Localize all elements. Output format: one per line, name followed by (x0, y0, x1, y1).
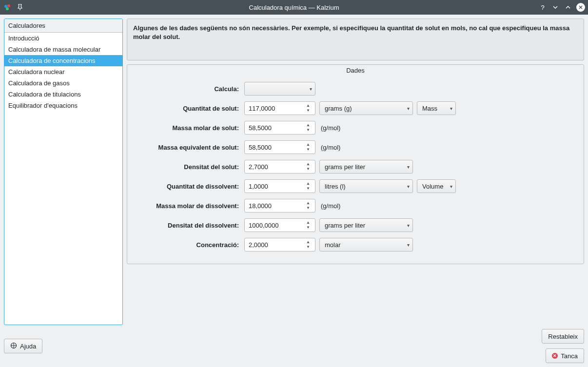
chevron-down-icon: ▾ (310, 86, 312, 92)
chevron-down-icon: ▾ (450, 184, 452, 189)
sidebar-item[interactable]: Equilibrador d'equacions (4, 100, 122, 111)
me-solute-label: Massa equivalent de solut: (136, 140, 241, 155)
mm-solvent-input[interactable]: 18,0000 ▲▼ (244, 199, 315, 212)
close-button[interactable]: ✕ Tanca (546, 348, 584, 363)
svg-point-1 (7, 4, 10, 7)
minimize-icon[interactable] (551, 3, 560, 12)
close-button-label: Tanca (561, 352, 578, 360)
reset-button-label: Restableix (548, 333, 578, 340)
chevron-down-icon: ▾ (407, 164, 410, 170)
sidebar: Calculadores IntroduccióCalculadora de m… (4, 19, 123, 325)
mm-solvent-label: Massa molar de dissolvent: (136, 198, 241, 213)
mm-solute-label: Massa molar de solut: (136, 120, 241, 135)
help-icon[interactable]: ? (538, 3, 547, 12)
amt-solvent-unit-combo[interactable]: litres (l) ▾ (319, 179, 413, 193)
sidebar-item[interactable]: Calculadora de massa molecular (4, 44, 122, 55)
sidebar-item[interactable]: Calculadora de gasos (4, 77, 122, 89)
conc-label: Concentració: (136, 237, 241, 252)
chevron-down-icon: ▾ (450, 106, 452, 111)
amt-solute-label: Quantitat de solut: (136, 101, 241, 116)
den-solute-unit-combo[interactable]: grams per liter ▾ (319, 160, 413, 174)
svg-point-0 (4, 5, 7, 8)
info-box: Algunes de les dades següents no són nec… (127, 19, 584, 60)
den-solute-input[interactable]: 2,7000 ▲▼ (244, 160, 315, 174)
amt-solvent-input[interactable]: 1,0000 ▲▼ (244, 179, 315, 193)
window-title: Calculadora química — Kalzium (249, 4, 339, 11)
sidebar-item[interactable]: Calculadora de titulacions (4, 89, 122, 100)
mm-solute-unit: (g/mol) (319, 120, 413, 135)
chevron-down-icon: ▾ (407, 242, 410, 248)
sidebar-item[interactable]: Calculadora de concentracions (4, 55, 122, 66)
mm-solute-input[interactable]: 58,5000 ▲▼ (244, 121, 315, 135)
conc-input[interactable]: 2,0000 ▲▼ (244, 238, 315, 251)
den-solvent-input[interactable]: 1000,0000 ▲▼ (244, 218, 315, 232)
mm-solvent-unit: (g/mol) (319, 198, 413, 213)
calc-combo[interactable]: ▾ (244, 82, 315, 96)
amt-solvent-dim-combo[interactable]: Volume ▾ (417, 179, 456, 193)
close-icon[interactable] (576, 3, 585, 12)
den-solute-label: Densitat del solut: (136, 159, 241, 174)
pin-icon[interactable] (16, 3, 24, 12)
me-solute-unit: (g/mol) (319, 140, 413, 155)
sidebar-item[interactable]: Introducció (4, 33, 122, 44)
help-button[interactable]: Ajuda (4, 339, 42, 353)
chevron-down-icon: ▾ (407, 223, 410, 228)
help-button-label: Ajuda (20, 343, 36, 350)
sidebar-header: Calculadores (4, 19, 122, 33)
help-button-icon (10, 342, 17, 350)
sidebar-item[interactable]: Calculadora nuclear (4, 66, 122, 77)
amt-solvent-label: Quantitat de dissolvent: (136, 179, 241, 193)
den-solvent-label: Densitat del dissolvent: (136, 218, 241, 232)
amt-solute-unit-combo[interactable]: grams (g) ▾ (319, 101, 413, 115)
chevron-down-icon: ▾ (407, 106, 410, 111)
amt-solute-dim-combo[interactable]: Mass ▾ (417, 101, 456, 115)
maximize-icon[interactable] (564, 3, 572, 12)
chevron-down-icon: ▾ (407, 184, 410, 189)
data-group: Dades Calcula: ▾ Quantitat de (127, 64, 584, 264)
reset-button[interactable]: Restableix (542, 329, 584, 344)
svg-point-2 (6, 7, 9, 10)
den-solvent-unit-combo[interactable]: grams per liter ▾ (319, 218, 413, 232)
me-solute-input[interactable]: 58,5000 ▲▼ (244, 140, 315, 154)
calc-label: Calcula: (136, 81, 241, 96)
svg-point-7 (13, 345, 15, 346)
conc-unit-combo[interactable]: molar ▾ (319, 238, 413, 251)
titlebar: Calculadora química — Kalzium ? (0, 0, 588, 15)
app-icon (3, 3, 12, 12)
group-title: Dades (343, 67, 368, 74)
amt-solute-input[interactable]: 117,0000 ▲▼ (244, 101, 315, 115)
close-button-icon: ✕ (552, 353, 558, 359)
